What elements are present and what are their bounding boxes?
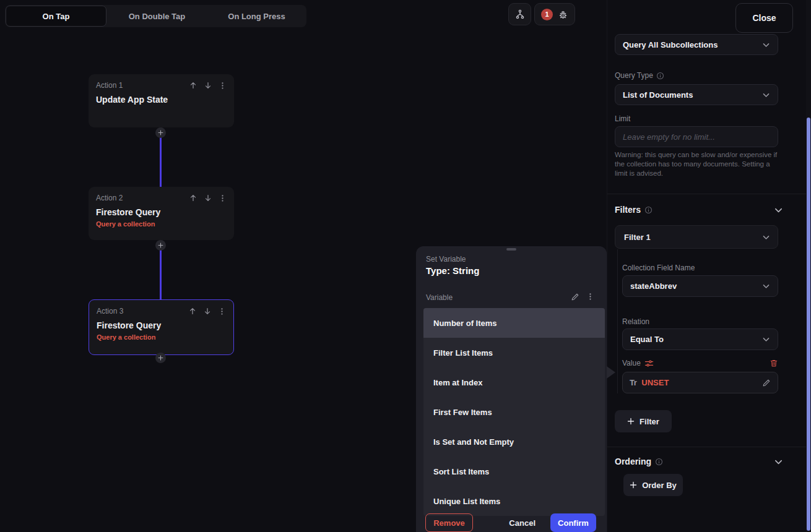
add-order-by-button[interactable]: Order By	[623, 474, 683, 496]
kebab-menu-icon[interactable]	[219, 82, 227, 90]
menu-item-unique-list-items[interactable]: Unique List Items	[423, 486, 605, 516]
chevron-down-icon	[762, 335, 770, 343]
add-filter-button[interactable]: Filter	[615, 410, 672, 432]
subcollections-dropdown[interactable]: Query All Subcollections	[615, 34, 778, 55]
add-action-button[interactable]	[155, 240, 166, 251]
action-card-1[interactable]: Action 1 Update App State	[89, 74, 234, 127]
cancel-button[interactable]: Cancel	[509, 518, 536, 528]
info-icon[interactable]	[655, 458, 663, 466]
label-text: Query Type	[615, 71, 653, 80]
filters-section-header: Filters	[615, 205, 783, 215]
menu-item-number-of-items[interactable]: Number of Items	[423, 308, 605, 338]
move-up-icon[interactable]	[188, 307, 197, 315]
delete-filter-icon[interactable]	[770, 359, 778, 367]
move-down-icon[interactable]	[204, 194, 212, 202]
error-count-badge: 1	[541, 9, 553, 20]
action-title: Firestore Query	[96, 207, 227, 217]
tab-label: On Tap	[43, 12, 70, 21]
chevron-down-icon	[762, 282, 770, 290]
panel-divider	[607, 0, 607, 532]
kebab-menu-icon[interactable]	[219, 194, 227, 202]
info-icon[interactable]	[656, 72, 664, 80]
variable-label: Variable	[426, 293, 453, 302]
menu-item-label: First Few Items	[433, 408, 492, 417]
button-label: Filter	[640, 417, 659, 426]
modal-title: Type: String	[426, 265, 479, 276]
action-index-label: Action 2	[96, 194, 123, 202]
move-up-icon[interactable]	[189, 194, 197, 202]
query-type-label: Query Type	[615, 71, 664, 80]
action-card-2[interactable]: Action 2 Firestore Query Query a collect…	[89, 187, 234, 240]
modal-kicker: Set Variable	[426, 255, 466, 264]
add-action-button[interactable]	[155, 127, 166, 138]
collection-field-dropdown[interactable]: stateAbbrev	[622, 275, 778, 297]
tab-on-long-press[interactable]: On Long Press	[207, 5, 306, 27]
action-flow-button[interactable]	[508, 3, 531, 25]
add-action-button[interactable]	[155, 353, 166, 363]
label-text: Collection Field Name	[622, 264, 695, 272]
tree-icon	[515, 9, 525, 19]
modal-pointer-arrow	[607, 366, 615, 379]
section-title: Ordering	[615, 457, 651, 466]
variable-kebab-icon[interactable]	[586, 293, 594, 301]
move-down-icon[interactable]	[204, 81, 212, 90]
collapse-filters-icon[interactable]	[774, 205, 783, 215]
label-text: Relation	[622, 317, 649, 326]
action-card-header: Action 2	[96, 194, 227, 202]
query-type-dropdown[interactable]: List of Documents	[615, 84, 778, 105]
tab-on-double-tap[interactable]: On Double Tap	[107, 5, 207, 27]
chevron-down-icon	[762, 91, 770, 99]
menu-item-label: Unique List Items	[433, 497, 500, 506]
menu-item-label: Number of Items	[433, 319, 497, 328]
move-up-icon[interactable]	[189, 81, 197, 90]
collapse-ordering-icon[interactable]	[774, 457, 783, 466]
relation-dropdown[interactable]: Equal To	[622, 328, 778, 350]
diagnostics-button[interactable]: 1	[534, 3, 575, 25]
flow-connector	[160, 245, 162, 299]
filter-indent-line	[617, 249, 618, 393]
menu-item-item-at-index[interactable]: Item at Index	[423, 367, 605, 397]
dropdown-value: stateAbbrev	[630, 281, 677, 291]
menu-item-filter-list-items[interactable]: Filter List Items	[423, 338, 605, 367]
close-button[interactable]: Close	[735, 3, 793, 33]
menu-item-label: Item at Index	[433, 378, 482, 387]
kebab-menu-icon[interactable]	[218, 307, 226, 315]
info-icon[interactable]	[644, 206, 653, 214]
action-card-3-selected[interactable]: Action 3 Firestore Query Query a collect…	[89, 299, 234, 355]
menu-item-is-set-and-not-empty[interactable]: Is Set and Not Empty	[423, 427, 605, 457]
edit-variable-icon[interactable]	[571, 293, 579, 301]
value-label-row: Value	[622, 359, 778, 367]
limit-input[interactable]	[615, 126, 778, 147]
chevron-down-icon	[762, 41, 770, 49]
value-field[interactable]: Tr UNSET	[622, 372, 778, 393]
action-index-label: Action 3	[97, 307, 123, 315]
menu-item-first-few-items[interactable]: First Few Items	[423, 397, 605, 427]
chevron-down-icon	[762, 233, 770, 241]
action-subtitle: Query a collection	[97, 333, 226, 341]
menu-item-label: Sort List Items	[433, 467, 489, 476]
action-subtitle: Query a collection	[96, 220, 227, 228]
limit-label: Limit	[615, 114, 630, 123]
filter-group-label: Filter 1	[624, 233, 651, 242]
dropdown-value: List of Documents	[623, 90, 693, 100]
filter-group-header[interactable]: Filter 1	[615, 225, 778, 249]
menu-item-label: Is Set and Not Empty	[433, 437, 514, 447]
tab-label: On Double Tap	[129, 12, 185, 21]
scrollbar-thumb[interactable]	[807, 118, 810, 531]
section-divider	[607, 447, 806, 447]
confirm-button[interactable]: Confirm	[550, 513, 596, 532]
menu-item-sort-list-items[interactable]: Sort List Items	[423, 457, 605, 486]
action-card-header: Action 1	[96, 81, 227, 90]
edit-value-icon[interactable]	[762, 379, 771, 387]
plus-icon	[627, 418, 635, 425]
remove-button[interactable]: Remove	[425, 513, 473, 532]
event-tab-bar: On Tap On Double Tap On Long Press	[5, 5, 306, 27]
dropdown-value: Query All Subcollections	[623, 40, 718, 49]
label-text: Limit	[615, 114, 630, 123]
tab-label: On Long Press	[228, 12, 285, 21]
dropdown-value: Equal To	[630, 335, 664, 344]
move-down-icon[interactable]	[203, 307, 212, 315]
variable-toggle-icon[interactable]	[644, 359, 654, 367]
tab-on-tap[interactable]: On Tap	[6, 6, 106, 27]
drag-handle[interactable]	[506, 248, 516, 251]
